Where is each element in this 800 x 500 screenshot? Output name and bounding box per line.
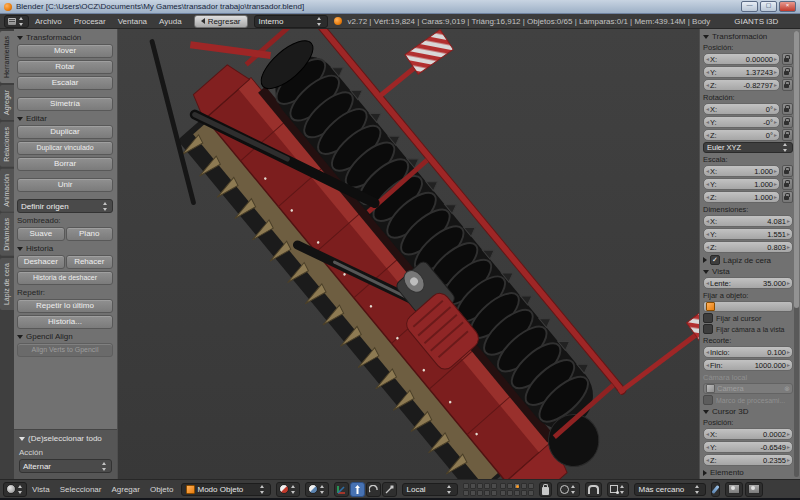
manipulator-rotate-button[interactable]: [366, 482, 381, 497]
props-scrollbar[interactable]: [794, 31, 799, 477]
tab-dinamicas[interactable]: Dinámicas: [0, 213, 14, 256]
lock-icon[interactable]: [782, 53, 793, 65]
menu-vista[interactable]: Vista: [32, 485, 50, 494]
dim-y-field[interactable]: ◂Y:1.551▸: [703, 228, 793, 240]
escala-x-field[interactable]: ◂X:1.000▸: [703, 165, 780, 177]
props-scrollbar-thumb[interactable]: [794, 31, 799, 308]
layer-cell[interactable]: [507, 483, 513, 489]
escala-y-field[interactable]: ◂Y:1.000▸: [703, 178, 780, 190]
3d-viewport[interactable]: [118, 29, 699, 479]
recorte-fin-field[interactable]: ◂Fin:1000.000▸: [703, 359, 793, 371]
layer-cell[interactable]: [470, 490, 476, 496]
layer-cell[interactable]: [507, 490, 513, 496]
section-cursor-3d[interactable]: Cursor 3D: [703, 407, 793, 416]
grease-pencil-checkbox[interactable]: [710, 255, 720, 265]
cursor-y-field[interactable]: ◂Y:-0.6549▸: [703, 441, 793, 453]
cursor-x-field[interactable]: ◂X:0.0002▸: [703, 428, 793, 440]
section-editar[interactable]: Editar: [17, 114, 113, 123]
operator-header[interactable]: (De)seleccionar todo: [19, 434, 112, 443]
layer-cell[interactable]: [514, 490, 520, 496]
lock-icon[interactable]: [782, 116, 793, 128]
tab-lapiz-de-cera[interactable]: Lápiz de cera: [0, 258, 14, 310]
posicion-x-field[interactable]: ◂X:0.00000▸: [703, 53, 780, 65]
section-props-transformacion[interactable]: Transformación: [703, 32, 793, 41]
layer-cell[interactable]: [500, 490, 506, 496]
lock-icon[interactable]: [782, 66, 793, 78]
back-to-previous-button[interactable]: Regresar: [194, 15, 248, 28]
definir-origen-dropdown[interactable]: Definir origen: [17, 199, 113, 213]
tab-relaciones[interactable]: Relaciones: [0, 122, 14, 167]
marco-checkbox[interactable]: [703, 395, 713, 405]
layer-cell[interactable]: [463, 483, 469, 489]
layer-cell[interactable]: [491, 483, 497, 489]
duplicar-button[interactable]: Duplicar: [17, 125, 113, 139]
rotar-button[interactable]: Rotar: [17, 60, 113, 74]
rehacer-button[interactable]: Rehacer: [66, 255, 114, 269]
rotacion-y-field[interactable]: ◂Y:-0°▸: [703, 116, 780, 128]
duplicar-vinculado-button[interactable]: Duplicar vinculado: [17, 141, 113, 155]
lock-icon[interactable]: [782, 165, 793, 177]
unir-button[interactable]: Unir: [17, 178, 113, 192]
tab-herramientas[interactable]: Herramientas: [0, 31, 14, 83]
editor-type-selector[interactable]: [4, 15, 29, 28]
maximize-button[interactable]: ▢: [760, 1, 777, 12]
layer-cell[interactable]: [500, 483, 506, 489]
render-engine-dropdown[interactable]: Interno: [254, 15, 328, 28]
borrar-button[interactable]: Borrar: [17, 157, 113, 171]
suave-button[interactable]: Suave: [17, 227, 65, 241]
layer-cell-active[interactable]: [514, 483, 520, 489]
menu-seleccionar[interactable]: Seleccionar: [60, 485, 102, 494]
deshacer-button[interactable]: Deshacer: [17, 255, 65, 269]
manipulator-toggle-button[interactable]: [334, 482, 349, 497]
scene-lock-toggle[interactable]: [539, 482, 552, 497]
plano-button[interactable]: Plano: [66, 227, 114, 241]
proportional-edit-dropdown[interactable]: [557, 482, 580, 497]
lock-icon[interactable]: [782, 103, 793, 115]
marco-row[interactable]: Marco de procesami...: [703, 395, 793, 405]
section-vista[interactable]: Vista: [703, 267, 793, 276]
lock-icon[interactable]: [782, 129, 793, 141]
section-gpencil-align[interactable]: Gpencil Align: [17, 332, 113, 341]
transform-orientation-dropdown[interactable]: Local: [402, 483, 458, 496]
section-transformacion[interactable]: Transformación: [17, 33, 113, 42]
minimize-button[interactable]: —: [741, 1, 758, 12]
mode-dropdown[interactable]: Modo Objeto: [181, 483, 271, 496]
layers-widget[interactable]: [463, 483, 534, 496]
dim-z-field[interactable]: ◂Z:0.803▸: [703, 241, 793, 253]
section-historia[interactable]: Historia: [17, 244, 113, 253]
layer-cell[interactable]: [491, 490, 497, 496]
menu-ayuda[interactable]: Ayuda: [159, 17, 182, 26]
opengl-render-anim-button[interactable]: [745, 482, 763, 497]
layer-cell[interactable]: [521, 490, 527, 496]
layer-cell[interactable]: [463, 490, 469, 496]
posicion-z-field[interactable]: ◂Z:-0.82797▸: [703, 79, 780, 91]
lock-object-picker[interactable]: [703, 301, 793, 312]
posicion-y-field[interactable]: ◂Y:1.37243▸: [703, 66, 780, 78]
menu-objeto[interactable]: Objeto: [150, 485, 174, 494]
lock-icon[interactable]: [782, 79, 793, 91]
close-button[interactable]: ×: [779, 1, 796, 12]
fijar-cursor-checkbox[interactable]: [703, 313, 713, 323]
layer-cell[interactable]: [528, 483, 534, 489]
historia-deshacer-button[interactable]: Historia de deshacer: [17, 271, 113, 285]
layer-cell[interactable]: [528, 490, 534, 496]
historia-button[interactable]: Historia...: [17, 315, 113, 329]
section-grease-pencil[interactable]: Lápiz de cera: [703, 255, 793, 265]
opengl-render-still-button[interactable]: [725, 482, 743, 497]
snap-peel-toggle[interactable]: [711, 482, 720, 497]
layer-cell[interactable]: [484, 490, 490, 496]
layer-cell[interactable]: [477, 490, 483, 496]
escala-z-field[interactable]: ◂Z:1.000▸: [703, 191, 780, 203]
rotacion-z-field[interactable]: ◂Z:0°▸: [703, 129, 780, 141]
layer-cell[interactable]: [477, 483, 483, 489]
escalar-button[interactable]: Escalar: [17, 76, 113, 90]
snap-toggle-button[interactable]: [585, 482, 602, 497]
layer-cell[interactable]: [470, 483, 476, 489]
lock-icon[interactable]: [782, 191, 793, 203]
dim-x-field[interactable]: ◂X:4.081▸: [703, 215, 793, 227]
pivot-center-dropdown[interactable]: [305, 482, 329, 497]
menu-ventana[interactable]: Ventana: [118, 17, 147, 26]
accion-dropdown[interactable]: Alternar: [19, 459, 112, 473]
snap-target-dropdown[interactable]: Más cercano: [634, 483, 706, 496]
cursor-z-field[interactable]: ◂Z:0.2355▸: [703, 454, 793, 466]
